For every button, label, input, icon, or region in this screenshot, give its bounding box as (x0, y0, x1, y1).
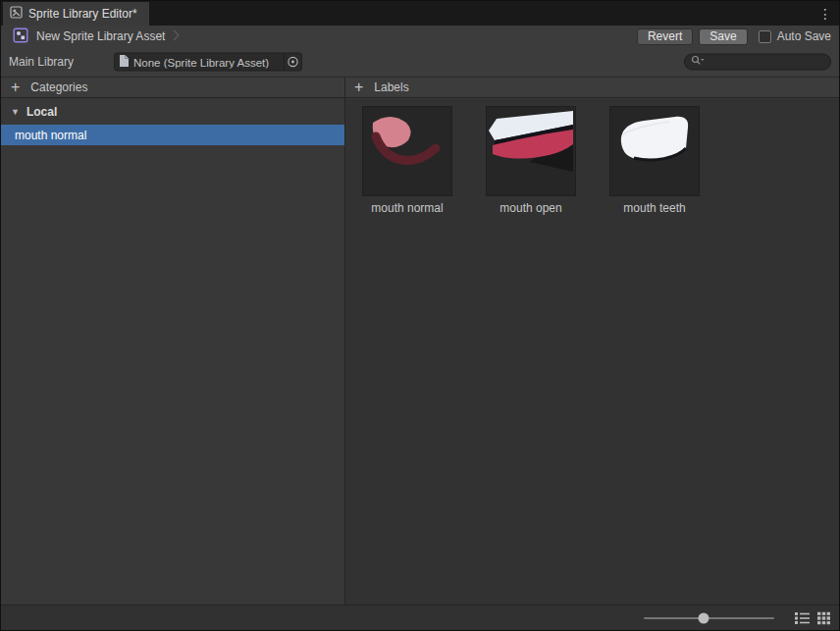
search-icon (691, 55, 705, 70)
local-foldout[interactable]: ▼ Local (1, 102, 344, 122)
label-item-mouth-teeth[interactable]: mouth teeth (593, 107, 716, 215)
foldout-triangle-icon: ▼ (11, 107, 20, 117)
breadcrumb-chevron-icon (173, 29, 180, 44)
label-item-mouth-open[interactable]: mouth open (469, 107, 593, 215)
main-library-label: Main Library (9, 55, 74, 69)
toolbar-right-group: Revert Save Auto Save (637, 28, 831, 45)
search-field[interactable] (684, 54, 831, 71)
sprite-thumbnail-mouth-normal[interactable] (363, 107, 451, 195)
object-picker-button[interactable] (284, 54, 301, 71)
categories-header-label: Categories (30, 80, 87, 94)
main-library-object-field[interactable]: None (Sprite Library Asset) (114, 53, 302, 72)
asset-breadcrumb[interactable]: New Sprite Library Asset (36, 29, 165, 43)
categories-header: + Categories (1, 78, 344, 97)
sprite-library-asset-icon (13, 27, 28, 46)
editor-tab[interactable]: Sprite Library Editor* (3, 2, 149, 26)
grid-view-button[interactable] (815, 609, 832, 626)
thumbnail-size-slider[interactable] (644, 605, 774, 630)
sprite-thumbnail-mouth-teeth[interactable] (610, 107, 699, 195)
window-titlebar: Sprite Library Editor* ⋮ (1, 1, 839, 26)
labels-header: + Labels (345, 78, 839, 97)
sprite-thumbnail-mouth-open[interactable] (487, 107, 575, 195)
list-view-button[interactable] (794, 609, 811, 626)
label-item-name: mouth open (499, 201, 561, 215)
main-library-row: Main Library None (Sprite Library Asset) (1, 47, 839, 77)
zoom-slider-handle[interactable] (699, 612, 709, 623)
tab-title: Sprite Library Editor* (28, 7, 137, 21)
labels-grid: mouth normal mouth open (345, 99, 839, 215)
labels-header-label: Labels (374, 80, 408, 94)
object-field-value: None (Sprite Library Asset) (133, 56, 280, 68)
object-picker-icon (287, 56, 299, 69)
sprite-library-editor-window: Sprite Library Editor* ⋮ New Sprite Libr… (0, 0, 840, 631)
revert-button[interactable]: Revert (637, 28, 693, 45)
add-label-button[interactable]: + (354, 79, 363, 95)
local-group-label: Local (26, 105, 57, 119)
panel-headers: + Categories + Labels (1, 77, 839, 98)
auto-save-label: Auto Save (777, 29, 831, 43)
add-category-button[interactable]: + (11, 79, 20, 95)
label-item-name: mouth normal (371, 201, 443, 215)
labels-panel: mouth normal mouth open (345, 99, 839, 605)
toolbar-row: New Sprite Library Asset Revert Save Aut… (1, 26, 839, 47)
window-menu-icon[interactable]: ⋮ (818, 7, 832, 21)
auto-save-checkbox[interactable] (759, 30, 771, 43)
grid-view-icon (817, 611, 830, 624)
search-input[interactable] (709, 56, 824, 68)
bottom-bar (1, 605, 839, 630)
toolbar-area: New Sprite Library Asset Revert Save Aut… (1, 26, 839, 77)
categories-panel: ▼ Local mouth normal (1, 99, 344, 605)
category-item-mouth-normal[interactable]: mouth normal (1, 125, 344, 145)
label-item-name: mouth teeth (623, 201, 685, 215)
sprite-library-editor-icon (10, 6, 23, 22)
label-item-mouth-normal[interactable]: mouth normal (345, 107, 469, 215)
list-view-icon (795, 611, 810, 624)
category-item-label: mouth normal (15, 129, 86, 142)
save-button[interactable]: Save (699, 28, 747, 45)
asset-file-icon (119, 54, 130, 70)
